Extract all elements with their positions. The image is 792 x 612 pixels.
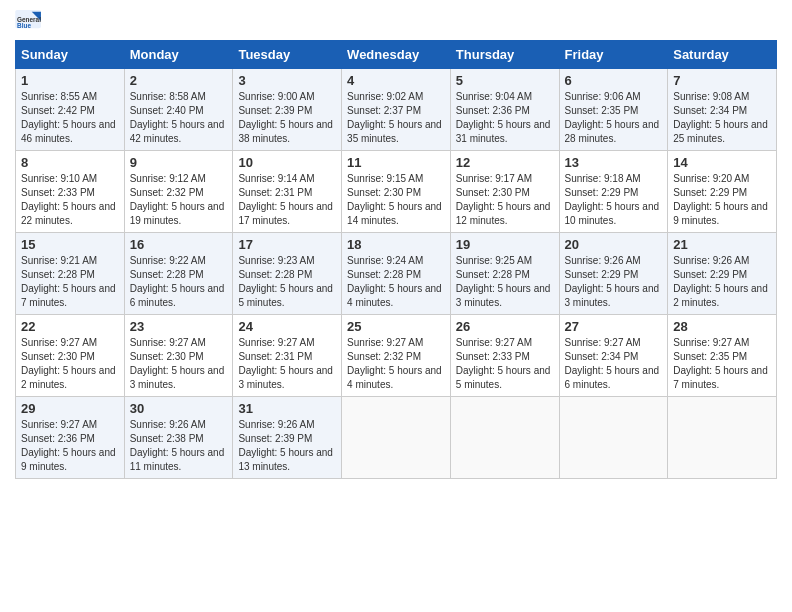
day-info: Sunrise: 9:26 AMSunset: 2:29 PMDaylight:… [673,254,771,310]
day-cell: 18Sunrise: 9:24 AMSunset: 2:28 PMDayligh… [342,233,451,315]
day-info: Sunrise: 9:27 AMSunset: 2:34 PMDaylight:… [565,336,663,392]
day-number: 28 [673,319,771,334]
day-info: Sunrise: 9:24 AMSunset: 2:28 PMDaylight:… [347,254,445,310]
calendar-container: General Blue SundayMondayTuesdayWednesda… [0,0,792,489]
weekday-header-tuesday: Tuesday [233,41,342,69]
day-number: 26 [456,319,554,334]
day-cell: 27Sunrise: 9:27 AMSunset: 2:34 PMDayligh… [559,315,668,397]
day-number: 9 [130,155,228,170]
day-number: 8 [21,155,119,170]
day-number: 27 [565,319,663,334]
day-cell [668,397,777,479]
day-cell: 1Sunrise: 8:55 AMSunset: 2:42 PMDaylight… [16,69,125,151]
day-number: 22 [21,319,119,334]
day-info: Sunrise: 9:27 AMSunset: 2:35 PMDaylight:… [673,336,771,392]
day-info: Sunrise: 9:18 AMSunset: 2:29 PMDaylight:… [565,172,663,228]
day-cell: 16Sunrise: 9:22 AMSunset: 2:28 PMDayligh… [124,233,233,315]
day-number: 19 [456,237,554,252]
day-info: Sunrise: 9:20 AMSunset: 2:29 PMDaylight:… [673,172,771,228]
day-number: 20 [565,237,663,252]
day-info: Sunrise: 9:27 AMSunset: 2:30 PMDaylight:… [21,336,119,392]
day-info: Sunrise: 9:26 AMSunset: 2:39 PMDaylight:… [238,418,336,474]
day-number: 31 [238,401,336,416]
svg-text:Blue: Blue [17,22,31,29]
day-number: 24 [238,319,336,334]
weekday-header-thursday: Thursday [450,41,559,69]
day-number: 13 [565,155,663,170]
day-info: Sunrise: 9:08 AMSunset: 2:34 PMDaylight:… [673,90,771,146]
day-cell: 23Sunrise: 9:27 AMSunset: 2:30 PMDayligh… [124,315,233,397]
day-info: Sunrise: 8:58 AMSunset: 2:40 PMDaylight:… [130,90,228,146]
weekday-header-sunday: Sunday [16,41,125,69]
day-cell: 2Sunrise: 8:58 AMSunset: 2:40 PMDaylight… [124,69,233,151]
day-cell: 31Sunrise: 9:26 AMSunset: 2:39 PMDayligh… [233,397,342,479]
week-row-2: 8Sunrise: 9:10 AMSunset: 2:33 PMDaylight… [16,151,777,233]
day-info: Sunrise: 9:12 AMSunset: 2:32 PMDaylight:… [130,172,228,228]
day-info: Sunrise: 8:55 AMSunset: 2:42 PMDaylight:… [21,90,119,146]
day-number: 5 [456,73,554,88]
day-number: 29 [21,401,119,416]
day-cell: 4Sunrise: 9:02 AMSunset: 2:37 PMDaylight… [342,69,451,151]
day-cell: 17Sunrise: 9:23 AMSunset: 2:28 PMDayligh… [233,233,342,315]
day-info: Sunrise: 9:04 AMSunset: 2:36 PMDaylight:… [456,90,554,146]
day-number: 16 [130,237,228,252]
day-cell [450,397,559,479]
day-number: 14 [673,155,771,170]
day-number: 25 [347,319,445,334]
day-cell: 9Sunrise: 9:12 AMSunset: 2:32 PMDaylight… [124,151,233,233]
day-cell: 28Sunrise: 9:27 AMSunset: 2:35 PMDayligh… [668,315,777,397]
day-number: 1 [21,73,119,88]
calendar-table: SundayMondayTuesdayWednesdayThursdayFrid… [15,40,777,479]
day-cell: 25Sunrise: 9:27 AMSunset: 2:32 PMDayligh… [342,315,451,397]
day-cell: 12Sunrise: 9:17 AMSunset: 2:30 PMDayligh… [450,151,559,233]
day-number: 7 [673,73,771,88]
day-info: Sunrise: 9:22 AMSunset: 2:28 PMDaylight:… [130,254,228,310]
day-number: 23 [130,319,228,334]
day-info: Sunrise: 9:02 AMSunset: 2:37 PMDaylight:… [347,90,445,146]
day-cell [342,397,451,479]
day-info: Sunrise: 9:23 AMSunset: 2:28 PMDaylight:… [238,254,336,310]
day-cell: 6Sunrise: 9:06 AMSunset: 2:35 PMDaylight… [559,69,668,151]
day-cell: 21Sunrise: 9:26 AMSunset: 2:29 PMDayligh… [668,233,777,315]
day-info: Sunrise: 9:21 AMSunset: 2:28 PMDaylight:… [21,254,119,310]
day-cell: 7Sunrise: 9:08 AMSunset: 2:34 PMDaylight… [668,69,777,151]
day-info: Sunrise: 9:26 AMSunset: 2:29 PMDaylight:… [565,254,663,310]
weekday-header-monday: Monday [124,41,233,69]
day-info: Sunrise: 9:00 AMSunset: 2:39 PMDaylight:… [238,90,336,146]
day-number: 10 [238,155,336,170]
header-area: General Blue [15,10,777,32]
day-number: 3 [238,73,336,88]
day-cell: 10Sunrise: 9:14 AMSunset: 2:31 PMDayligh… [233,151,342,233]
day-number: 4 [347,73,445,88]
logo-icon: General Blue [15,10,43,32]
day-info: Sunrise: 9:27 AMSunset: 2:30 PMDaylight:… [130,336,228,392]
day-cell: 5Sunrise: 9:04 AMSunset: 2:36 PMDaylight… [450,69,559,151]
week-row-5: 29Sunrise: 9:27 AMSunset: 2:36 PMDayligh… [16,397,777,479]
day-cell [559,397,668,479]
day-number: 21 [673,237,771,252]
day-info: Sunrise: 9:17 AMSunset: 2:30 PMDaylight:… [456,172,554,228]
day-info: Sunrise: 9:27 AMSunset: 2:32 PMDaylight:… [347,336,445,392]
day-info: Sunrise: 9:27 AMSunset: 2:31 PMDaylight:… [238,336,336,392]
day-number: 18 [347,237,445,252]
day-cell: 3Sunrise: 9:00 AMSunset: 2:39 PMDaylight… [233,69,342,151]
weekday-header-saturday: Saturday [668,41,777,69]
day-cell: 13Sunrise: 9:18 AMSunset: 2:29 PMDayligh… [559,151,668,233]
day-number: 6 [565,73,663,88]
day-cell: 22Sunrise: 9:27 AMSunset: 2:30 PMDayligh… [16,315,125,397]
day-info: Sunrise: 9:27 AMSunset: 2:36 PMDaylight:… [21,418,119,474]
day-info: Sunrise: 9:27 AMSunset: 2:33 PMDaylight:… [456,336,554,392]
day-cell: 24Sunrise: 9:27 AMSunset: 2:31 PMDayligh… [233,315,342,397]
week-row-1: 1Sunrise: 8:55 AMSunset: 2:42 PMDaylight… [16,69,777,151]
day-cell: 11Sunrise: 9:15 AMSunset: 2:30 PMDayligh… [342,151,451,233]
day-info: Sunrise: 9:06 AMSunset: 2:35 PMDaylight:… [565,90,663,146]
day-info: Sunrise: 9:15 AMSunset: 2:30 PMDaylight:… [347,172,445,228]
day-info: Sunrise: 9:26 AMSunset: 2:38 PMDaylight:… [130,418,228,474]
weekday-header-wednesday: Wednesday [342,41,451,69]
day-info: Sunrise: 9:14 AMSunset: 2:31 PMDaylight:… [238,172,336,228]
week-row-4: 22Sunrise: 9:27 AMSunset: 2:30 PMDayligh… [16,315,777,397]
day-cell: 19Sunrise: 9:25 AMSunset: 2:28 PMDayligh… [450,233,559,315]
day-cell: 8Sunrise: 9:10 AMSunset: 2:33 PMDaylight… [16,151,125,233]
day-number: 2 [130,73,228,88]
weekday-header-friday: Friday [559,41,668,69]
